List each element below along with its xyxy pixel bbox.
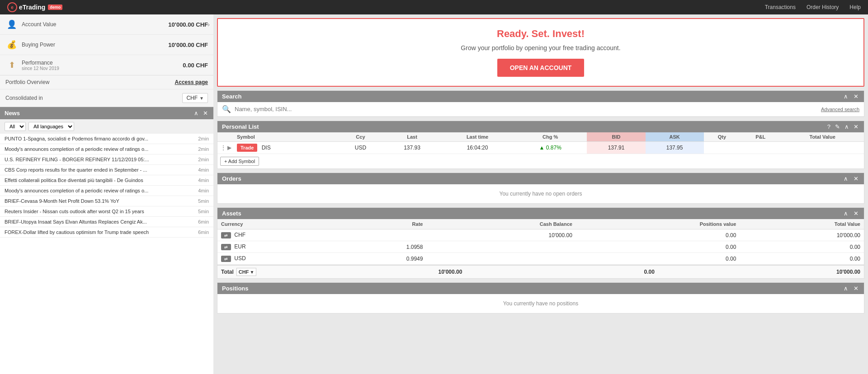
news-item-text: U.S. REFINERY FILING - BORGER REFINERY 1… [5, 157, 194, 162]
trade-button[interactable]: Trade [237, 144, 257, 152]
news-item-text: BRIEF-Cevasa 9-Month Net Profit Down 53.… [5, 198, 194, 204]
search-widget: Search ∧ ✕ 🔍 Advanced search [217, 90, 864, 117]
col-ccy: Ccy [338, 132, 383, 142]
news-item-text: Moody's announces completion of a period… [5, 188, 194, 193]
assets-footer-left: Total CHF▼ [221, 268, 256, 276]
orders-minimize[interactable]: ∧ [843, 175, 849, 182]
table-row: ⇄ USD 0.9949 0.00 0.00 [217, 253, 864, 265]
news-item-text: FOREX-Dollar lifted by cautious optimism… [5, 229, 194, 235]
assets-col-cash: Cash Balance [426, 219, 576, 229]
nav-help[interactable]: Help [849, 4, 861, 10]
row-expand[interactable]: ▶ [227, 145, 231, 151]
buying-power-label: Buying Power [22, 42, 168, 48]
personal-list-close[interactable]: ✕ [853, 123, 859, 130]
personal-list-edit[interactable]: ✎ [834, 123, 841, 130]
col-bid: BID [587, 132, 645, 142]
assets-close[interactable]: ✕ [853, 210, 859, 217]
news-item[interactable]: BRIEF-Utopya Insaat Says Elvan Altuntas … [0, 217, 213, 227]
logo-text: eTrading [19, 4, 45, 11]
nav-transactions[interactable]: Transactions [765, 4, 796, 10]
performance-icon: ⬆ [5, 59, 18, 71]
total-currency-select[interactable]: CHF▼ [236, 268, 257, 276]
open-account-button[interactable]: OPEN AN ACCOUNT [497, 59, 585, 77]
row-dots[interactable]: ⋮ [220, 144, 226, 151]
add-symbol-row: + Add Symbol [217, 154, 864, 168]
ask-value: 137.95 [646, 142, 704, 154]
col-last-time: Last time [441, 132, 514, 142]
performance-row: ⬆ Performance since 12 Nov 2019 0.00 CHF [0, 55, 213, 75]
orders-close[interactable]: ✕ [853, 175, 859, 182]
personal-list-help[interactable]: ? [826, 123, 831, 130]
positions-minimize[interactable]: ∧ [843, 285, 849, 292]
news-item[interactable]: BRIEF-Cevasa 9-Month Net Profit Down 53.… [0, 196, 213, 206]
nav-links: Transactions Order History Help [765, 4, 861, 10]
buying-power-icon: 💰 [5, 38, 18, 51]
portfolio-row: Portfolio Overview Access page [0, 75, 213, 89]
news-item[interactable]: CBS Corp reports results for the quarter… [0, 165, 213, 175]
left-panel: 👤 Account Value 10'000.00 CHF › 💰 Buying… [0, 14, 213, 374]
personal-list-title: Personal List [222, 123, 259, 130]
last-value: 137.93 [383, 142, 441, 154]
currency-select[interactable]: CHF ▼ [182, 93, 208, 103]
assets-title: Assets [222, 210, 241, 217]
news-close[interactable]: ✕ [202, 110, 209, 117]
advanced-search-link[interactable]: Advanced search [821, 107, 859, 112]
assets-minimize[interactable]: ∧ [843, 210, 849, 217]
positions-close[interactable]: ✕ [853, 285, 859, 292]
news-controls: ∧ ✕ [193, 110, 209, 117]
news-item-time: 6min [198, 229, 209, 235]
orders-title: Orders [222, 175, 241, 182]
footer-cash: 10'000.00 [438, 269, 462, 275]
total-value-value [781, 142, 864, 154]
symbol-value: DIS [262, 145, 271, 151]
add-symbol-button[interactable]: + Add Symbol [220, 157, 259, 166]
news-item[interactable]: Reuters Insider - Nissan cuts outlook af… [0, 206, 213, 217]
positions-widget: Positions ∧ ✕ You currently have no posi… [217, 282, 864, 313]
table-row: ⇄ CHF 10'000.00 0.00 10'000.00 [217, 229, 864, 241]
news-item-text: BRIEF-Utopya Insaat Says Elvan Altuntas … [5, 219, 194, 224]
search-header: Search ∧ ✕ [217, 91, 864, 102]
news-minimize[interactable]: ∧ [193, 110, 199, 117]
asset-cash: 10'000.00 [426, 229, 576, 241]
search-minimize[interactable]: ∧ [843, 93, 849, 100]
news-item[interactable]: Moody's announces completion of a period… [0, 144, 213, 154]
orders-header: Orders ∧ ✕ [217, 173, 864, 184]
personal-list-minimize[interactable]: ∧ [844, 123, 850, 130]
news-item[interactable]: Moody's announces completion of a period… [0, 186, 213, 196]
nav-order-history[interactable]: Order History [807, 4, 839, 10]
promo-banner: Ready. Set. Invest! Grow your portfolio … [217, 18, 864, 87]
consolidated-label: Consolidated in [5, 95, 43, 101]
news-item[interactable]: PUNTO 1-Spagna, socialisti e Podemos fir… [0, 134, 213, 144]
asset-rate: 1.0958 [337, 241, 427, 253]
news-filter-category[interactable]: All [5, 122, 26, 131]
ccy-value: USD [338, 142, 383, 154]
total-label: Total [221, 269, 234, 275]
news-item-time: 2min [198, 146, 209, 152]
news-filter-language[interactable]: All languages [28, 122, 74, 131]
news-item[interactable]: FOREX-Dollar lifted by cautious optimism… [0, 227, 213, 238]
news-header: News ∧ ✕ [0, 107, 213, 119]
personal-list-widget: Personal List ? ✎ ∧ ✕ Symbol Ccy Last La… [217, 121, 864, 169]
col-last: Last [383, 132, 441, 142]
search-close[interactable]: ✕ [853, 93, 859, 100]
asset-currency: ⇄ USD [217, 253, 337, 265]
news-item-time: 4min [198, 188, 209, 193]
news-item[interactable]: Effetti collaterali politica Bce diventa… [0, 175, 213, 186]
search-icon: 🔍 [222, 105, 231, 113]
positions-controls: ∧ ✕ [843, 285, 859, 292]
positions-empty: You currently have no positions [217, 294, 864, 313]
search-input[interactable] [235, 106, 821, 112]
personal-list-controls: ? ✎ ∧ ✕ [826, 123, 859, 130]
account-expand-arrow[interactable]: › [208, 21, 210, 28]
access-page-link[interactable]: Access page [175, 79, 208, 85]
assets-col-rate: Rate [337, 219, 427, 229]
assets-controls: ∧ ✕ [843, 210, 859, 217]
assets-col-positions: Positions value [576, 219, 740, 229]
news-item[interactable]: U.S. REFINERY FILING - BORGER REFINERY 1… [0, 154, 213, 165]
asset-cash [426, 241, 576, 253]
col-ask: ASK [646, 132, 704, 142]
asset-currency: ⇄ EUR [217, 241, 337, 253]
logo: e eTrading demo [7, 2, 62, 12]
footer-total: 10'000.00 [836, 269, 860, 275]
orders-empty: You currently have no open orders [217, 184, 864, 203]
